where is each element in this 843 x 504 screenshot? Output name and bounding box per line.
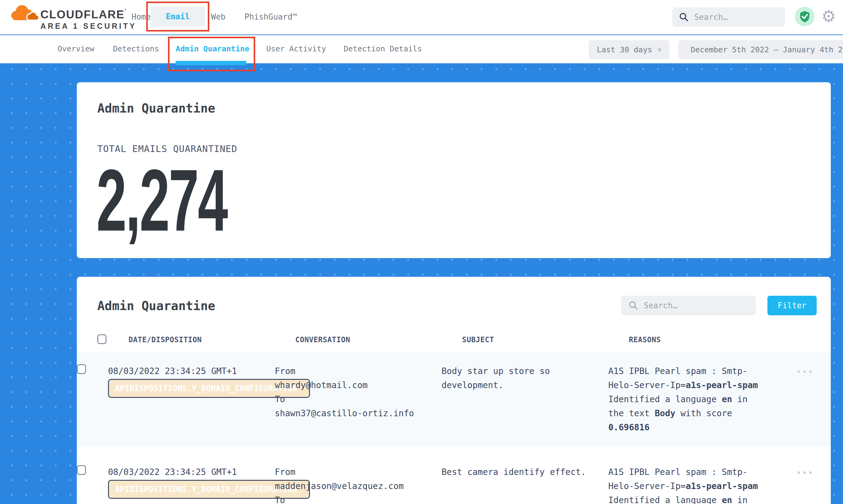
brand-text: CLOUDFLARE’ AREA 1 SECURITY <box>40 8 137 31</box>
row-date: 08/03/2022 23:34:25 GMT+1 <box>108 465 275 479</box>
column-header-date: DATE/DISPOSITION <box>128 336 295 344</box>
tab-detections[interactable]: Detections <box>113 44 159 53</box>
email-subnav: Overview Detections Admin Quarantine Use… <box>0 35 843 63</box>
row-checkbox[interactable] <box>77 465 86 475</box>
tab-user-activity[interactable]: User Activity <box>266 44 326 53</box>
row-subject: Body star up store so development. <box>441 364 592 435</box>
annotation-box-admin-quarantine <box>168 37 255 71</box>
metric-value: 2,274 <box>96 156 227 244</box>
summary-card-title: Admin Quarantine <box>97 101 215 115</box>
shield-check-icon <box>799 11 811 23</box>
top-header: CLOUDFLARE’ AREA 1 SECURITY Home Email W… <box>0 0 843 35</box>
column-header-reasons: REASONS <box>629 336 800 344</box>
row-menu-icon[interactable]: ••• <box>796 365 814 379</box>
date-range-text: December 5th 2022 — January 4th 2023 <box>691 45 843 54</box>
chevron-down-icon: ▼ <box>657 46 661 54</box>
quarantine-table-card: Admin Quarantine Filter DATE/DISPOSITION… <box>77 277 831 504</box>
column-header-subject: SUBJECT <box>462 336 629 344</box>
row-reasons: A1S IPBL Pearl spam : Smtp-Helo-Server-I… <box>608 465 763 504</box>
nav-item-web[interactable]: Web <box>211 12 226 21</box>
row-subject: Best camera identify effect. <box>441 465 592 504</box>
row-menu-icon[interactable]: ••• <box>796 466 814 480</box>
tab-overview[interactable]: Overview <box>57 44 94 53</box>
row-checkbox[interactable] <box>77 364 86 374</box>
tab-detection-details[interactable]: Detection Details <box>344 44 422 53</box>
table-body: 08/03/2022 23:34:25 GMT+1 APIDISPOSITION… <box>77 352 831 504</box>
summary-card: Admin Quarantine TOTAL EMAILS QUARANTINE… <box>77 82 831 258</box>
table-search-input[interactable] <box>644 301 736 310</box>
nav-item-phishguard[interactable]: PhishGuard™ <box>245 12 297 21</box>
cloudflare-logo-icon <box>8 3 39 23</box>
select-all-checkbox[interactable] <box>97 334 106 344</box>
row-conversation: From maddenjason@velazquez.com To bradle… <box>275 465 441 504</box>
annotation-box-email: Email <box>146 2 209 32</box>
brand-trademark: ’ <box>125 8 127 14</box>
nav-item-email[interactable]: Email <box>151 6 205 27</box>
global-search <box>672 7 785 27</box>
to-address: shawn37@castillo-ortiz.info <box>275 407 441 420</box>
row-date: 08/03/2022 23:34:25 GMT+1 <box>108 364 275 378</box>
table-header-row: DATE/DISPOSITION CONVERSATION SUBJECT RE… <box>77 328 831 352</box>
global-search-input[interactable] <box>694 13 771 22</box>
row-reasons: A1S IPBL Pearl spam : Smtp-Helo-Server-I… <box>608 364 763 435</box>
search-icon <box>629 301 638 310</box>
table-search <box>621 296 756 315</box>
settings-gear-icon[interactable]: ⚙ <box>821 7 836 26</box>
security-status-button[interactable] <box>795 7 814 26</box>
from-address: whardy@hotmail.com <box>275 378 441 392</box>
time-range-label: Last 30 days <box>597 45 652 54</box>
table-row: 08/03/2022 23:34:25 GMT+1 APIDISPOSITION… <box>77 352 831 446</box>
brand-line2: AREA 1 SECURITY <box>40 22 137 31</box>
brand-line1: CLOUDFLARE <box>40 8 125 21</box>
filter-button[interactable]: Filter <box>768 296 817 315</box>
row-conversation: From whardy@hotmail.com To shawn37@casti… <box>275 364 441 435</box>
from-address: maddenjason@velazquez.com <box>275 479 441 493</box>
tab-admin-quarantine[interactable]: Admin Quarantine <box>176 44 249 53</box>
table-card-title: Admin Quarantine <box>97 299 215 313</box>
search-icon <box>679 12 689 22</box>
table-row: 08/03/2022 23:34:25 GMT+1 APIDISPOSITION… <box>77 446 831 504</box>
time-range-dropdown[interactable]: Last 30 days ▼ <box>589 40 669 59</box>
active-tab-underline <box>176 61 246 65</box>
date-range-display[interactable]: December 5th 2022 — January 4th 2023 <box>679 40 843 59</box>
column-header-conversation: CONVERSATION <box>295 336 462 344</box>
